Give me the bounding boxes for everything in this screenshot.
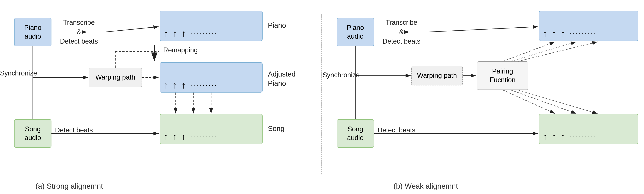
right-song-beat-arrow2: ↑ xyxy=(552,131,556,142)
left-song-beat-dots: ········· xyxy=(190,133,218,141)
right-warping-path-box: Warping path xyxy=(411,66,463,85)
left-adjusted-piano-beat-box: ↑ ↑ ↑ ········· xyxy=(160,62,262,92)
left-song-beat-arrow2: ↑ xyxy=(172,131,177,142)
left-caption: (a) Strong alignemnt xyxy=(36,182,103,190)
right-piano-audio-box: Pianoaudio xyxy=(337,18,374,46)
left-detect-beats-label: Detect beats xyxy=(55,126,93,134)
left-warping-path-label: Warping path xyxy=(96,73,135,82)
left-piano-beat-dots: ········· xyxy=(190,29,218,37)
left-song-beat-arrow1: ↑ xyxy=(164,131,168,142)
left-piano-beat-arrow1: ↑ xyxy=(164,28,168,39)
left-adjusted-piano-label: AdjustedPiano xyxy=(268,69,296,88)
svg-line-22 xyxy=(518,42,598,61)
left-synchronize-label: Synchronize xyxy=(0,69,37,77)
right-song-beat-box: ↑ ↑ ↑ ········· xyxy=(539,114,638,144)
right-caption: (b) Weak alignemnt xyxy=(394,182,458,190)
right-song-audio-label: Songaudio xyxy=(347,125,364,142)
left-piano-beat-box: ↑ ↑ ↑ ········· xyxy=(160,11,262,41)
left-warping-path-box: Warping path xyxy=(89,68,142,87)
right-song-audio-box: Songaudio xyxy=(337,119,374,148)
left-piano-label: Piano xyxy=(268,21,286,29)
right-song-beat-dots: ········· xyxy=(570,133,597,141)
left-transcribe-label: Transcribe&Detect beats xyxy=(55,18,103,46)
main-container: Piano audio Song audio Warping path ↑ ↑ … xyxy=(0,0,644,194)
left-song-audio-box: Song audio xyxy=(14,119,52,148)
left-song-beat-box: ↑ ↑ ↑ ········· xyxy=(160,114,262,144)
left-remapping-label: Remapping xyxy=(163,46,198,54)
right-transcribe-label: Transcribe&Detect beats xyxy=(378,18,426,46)
right-piano-beat-box: ↑ ↑ ↑ ········· xyxy=(539,11,638,41)
right-piano-beat-dots: ········· xyxy=(570,29,597,37)
svg-line-24 xyxy=(510,90,576,114)
left-piano-audio-box: Piano audio xyxy=(14,18,52,46)
right-synchronize-label: Synchronize xyxy=(322,71,360,79)
right-detect-beats-label: Detect beats xyxy=(378,126,415,134)
svg-line-15 xyxy=(427,27,538,32)
left-piano-beat-arrow3: ↑ xyxy=(181,28,186,39)
svg-line-25 xyxy=(518,90,598,114)
left-piano-beat-arrow2: ↑ xyxy=(172,28,177,39)
right-pairing-function-box: PairingFucntion xyxy=(477,61,528,90)
left-adj-piano-beat-arrow2: ↑ xyxy=(172,80,177,90)
left-piano-audio-label: Piano audio xyxy=(24,23,41,41)
right-song-beat-arrow3: ↑ xyxy=(560,131,565,142)
left-song-beat-arrow3: ↑ xyxy=(181,131,186,142)
svg-line-23 xyxy=(502,90,555,114)
right-piano-beat-arrow1: ↑ xyxy=(543,28,548,39)
right-song-beat-arrow1: ↑ xyxy=(543,131,548,142)
left-song-audio-label: Song audio xyxy=(25,125,41,142)
left-adj-piano-beat-dots: ········· xyxy=(190,81,218,89)
right-piano-audio-label: Pianoaudio xyxy=(347,23,364,41)
left-adj-piano-beat-arrow3: ↑ xyxy=(181,80,186,90)
right-pairing-function-label: PairingFucntion xyxy=(490,67,516,84)
left-adj-piano-beat-arrow1: ↑ xyxy=(164,80,168,90)
right-warping-path-label: Warping path xyxy=(417,71,457,80)
right-piano-beat-arrow3: ↑ xyxy=(560,28,565,39)
right-piano-beat-arrow2: ↑ xyxy=(552,28,556,39)
svg-line-21 xyxy=(510,42,576,61)
left-diagram: Piano audio Song audio Warping path ↑ ↑ … xyxy=(0,0,322,194)
svg-line-1 xyxy=(105,27,159,32)
right-diagram: Pianoaudio Songaudio Warping path Pairin… xyxy=(322,0,644,194)
left-song-label: Song xyxy=(268,125,284,133)
svg-line-20 xyxy=(502,42,555,61)
